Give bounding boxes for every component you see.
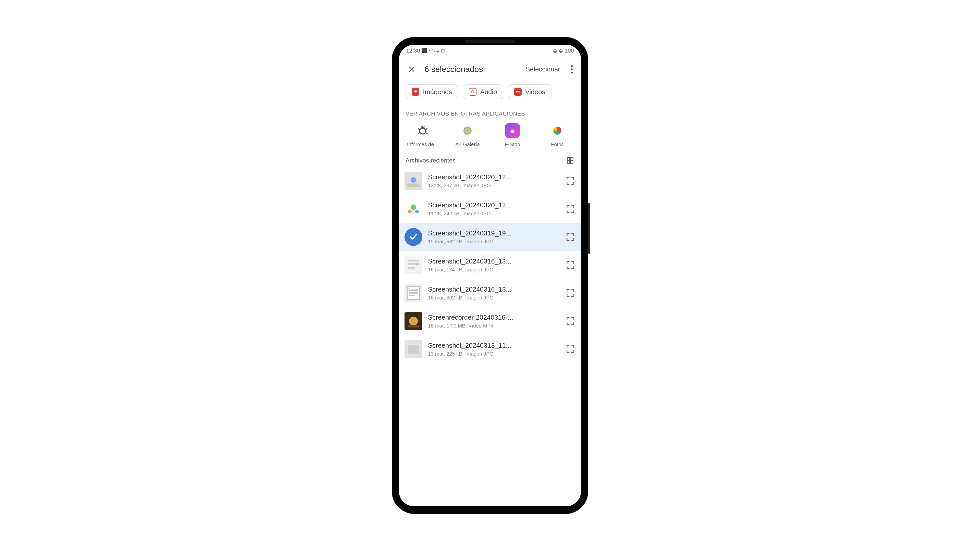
- file-thumbnail: [404, 200, 422, 218]
- file-meta: 13:28, 237 kB, Imagen JPG: [428, 183, 560, 189]
- svg-point-15: [411, 205, 416, 210]
- svg-point-16: [408, 210, 412, 213]
- app-item-fstop[interactable]: F-Stop: [491, 123, 534, 148]
- file-meta: 13 mar, 225 kB, Imagen JPG: [428, 351, 560, 357]
- file-meta: 11:28, 242 kB, Imagen JPG: [428, 211, 560, 217]
- gallery-icon: [460, 123, 475, 138]
- expand-icon[interactable]: [565, 260, 576, 270]
- file-name: Screenshot_20240316_13...: [428, 286, 560, 293]
- file-thumbnail: [404, 256, 422, 274]
- app-item-photos[interactable]: Fotos: [536, 123, 579, 148]
- svg-point-5: [420, 128, 426, 134]
- app-label: Informes de...: [407, 141, 438, 148]
- filter-chip-videos[interactable]: Videos: [508, 84, 552, 99]
- svg-rect-9: [567, 161, 570, 163]
- file-thumbnail: [404, 284, 422, 302]
- close-icon[interactable]: [404, 62, 419, 77]
- headphones-icon: [469, 88, 476, 96]
- svg-point-6: [463, 127, 472, 135]
- recent-files-label: Archivos recientes: [406, 157, 455, 164]
- expand-icon[interactable]: [565, 176, 576, 186]
- status-bar: 12:30 ⬛ • G ⬙ ⊡ ⬙ ⬙ 100: [399, 44, 581, 57]
- svg-rect-25: [409, 292, 418, 294]
- video-icon: [514, 88, 522, 96]
- file-row[interactable]: Screenshot_20240320_12... 11:28, 242 kB,…: [399, 195, 581, 223]
- fstop-icon: [505, 123, 520, 138]
- svg-point-12: [411, 177, 416, 183]
- chip-label: Audio: [480, 88, 497, 96]
- file-info: Screenshot_20240313_11... 13 mar, 225 kB…: [428, 341, 560, 357]
- file-meta: 16 mar, 134 kB, Imagen JPG: [428, 267, 560, 273]
- selected-check-icon: [404, 228, 422, 246]
- app-item-bugreports[interactable]: Informes de...: [401, 123, 444, 148]
- svg-rect-26: [409, 295, 415, 296]
- file-info: Screenrecorder-20240316-... 16 mar, 1,90…: [428, 313, 560, 329]
- file-info: Screenshot_20240316_13... 16 mar, 134 kB…: [428, 257, 560, 273]
- selection-count-title: 6 seleccionados: [425, 65, 483, 74]
- filter-chip-audio[interactable]: Audio: [463, 84, 503, 99]
- grid-view-icon[interactable]: [566, 156, 574, 165]
- svg-rect-4: [516, 92, 520, 93]
- overflow-menu-icon[interactable]: [565, 62, 578, 77]
- status-icons-left: ⬛ • G ⬙ ⊡: [422, 48, 445, 54]
- status-time: 12:30: [406, 48, 420, 54]
- file-info: Screenshot_20240316_13... 16 mar, 302 kB…: [428, 286, 560, 301]
- filter-chip-row: Imágenes Audio Videos: [399, 81, 581, 102]
- svg-rect-31: [408, 345, 419, 354]
- phone-screen: 12:30 ⬛ • G ⬙ ⊡ ⬙ ⬙ 100 6 seleccionados …: [399, 44, 581, 507]
- status-icons-right: ⬙ ⬙ 100: [553, 48, 574, 54]
- file-info: Screenshot_20240320_12... 13:28, 237 kB,…: [428, 173, 560, 189]
- file-row[interactable]: Screenshot_20240316_13... 16 mar, 134 kB…: [399, 251, 581, 279]
- app-item-gallery[interactable]: A+ Galería: [446, 123, 489, 148]
- chip-label: Imágenes: [423, 88, 452, 96]
- bug-icon: [415, 123, 430, 138]
- svg-point-28: [409, 317, 418, 326]
- filter-chip-images[interactable]: Imágenes: [406, 84, 458, 99]
- file-name: Screenshot_20240319_19...: [428, 229, 560, 237]
- other-apps-row: Informes de... A+ Galería F-Stop: [399, 122, 581, 154]
- svg-point-17: [415, 210, 419, 213]
- svg-rect-3: [516, 91, 520, 91]
- file-meta: 16 mar, 302 kB, Imagen JPG: [428, 295, 560, 301]
- app-label: F-Stop: [505, 141, 520, 148]
- expand-icon[interactable]: [565, 288, 576, 298]
- file-name: Screenshot_20240320_12...: [428, 201, 560, 209]
- svg-rect-10: [570, 161, 573, 163]
- selection-header: 6 seleccionados Seleccionar: [399, 57, 581, 81]
- file-name: Screenrecorder-20240316-...: [428, 313, 560, 321]
- app-label: Fotos: [551, 141, 564, 148]
- svg-rect-7: [567, 158, 570, 160]
- svg-rect-29: [408, 325, 419, 327]
- file-thumbnail: [404, 312, 422, 330]
- file-row[interactable]: Screenshot_20240313_11... 13 mar, 225 kB…: [399, 335, 581, 363]
- file-meta: 16 mar, 1,90 MB, Vídeo MP4: [428, 323, 560, 329]
- recent-header: Archivos recientes: [399, 154, 581, 167]
- file-list: Screenshot_20240320_12... 13:28, 237 kB,…: [399, 167, 581, 363]
- phone-frame: 12:30 ⬛ • G ⬙ ⊡ ⬙ ⬙ 100 6 seleccionados …: [392, 37, 588, 514]
- expand-icon[interactable]: [565, 232, 576, 242]
- chip-label: Videos: [525, 88, 546, 96]
- file-name: Screenshot_20240316_13...: [428, 257, 560, 265]
- expand-icon[interactable]: [565, 316, 576, 326]
- file-thumbnail: [404, 340, 422, 358]
- svg-rect-21: [408, 267, 415, 268]
- file-row[interactable]: Screenshot_20240316_13... 16 mar, 302 kB…: [399, 279, 581, 307]
- status-left: 12:30 ⬛ • G ⬙ ⊡: [406, 48, 445, 54]
- svg-rect-20: [408, 263, 419, 265]
- svg-rect-8: [570, 158, 573, 160]
- expand-icon[interactable]: [565, 204, 576, 214]
- file-thumbnail: [404, 172, 422, 190]
- svg-rect-24: [409, 289, 418, 291]
- file-row[interactable]: Screenrecorder-20240316-... 16 mar, 1,90…: [399, 307, 581, 335]
- svg-rect-19: [408, 260, 419, 262]
- other-apps-section-label: VER ARCHIVOS EN OTRAS APLICACIONES: [399, 102, 581, 122]
- select-all-button[interactable]: Seleccionar: [525, 65, 560, 73]
- app-label: A+ Galería: [455, 141, 480, 148]
- file-row-selected[interactable]: Screenshot_20240319_19... 19 mar, 532 kB…: [399, 223, 581, 251]
- expand-icon[interactable]: [565, 344, 576, 354]
- file-info: Screenshot_20240320_12... 11:28, 242 kB,…: [428, 201, 560, 217]
- file-info: Screenshot_20240319_19... 19 mar, 532 kB…: [428, 229, 560, 245]
- file-row[interactable]: Screenshot_20240320_12... 13:28, 237 kB,…: [399, 167, 581, 195]
- image-icon: [412, 88, 419, 96]
- google-photos-icon: [550, 123, 565, 138]
